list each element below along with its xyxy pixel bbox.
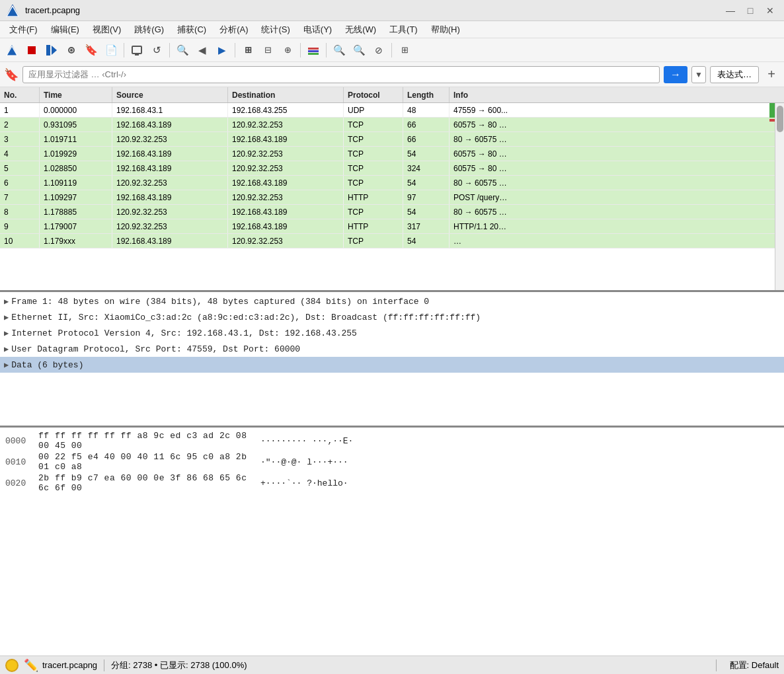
expand-icon[interactable]: ▶ [4, 328, 9, 338]
menu-file[interactable]: 文件(F) [3, 22, 44, 38]
toolbar: 🔖 📄 ↺ 🔍 ◀ ▶ ⊞ ⊟ ⊕ 🔍 🔍 ⊘ ⊞ [0, 38, 784, 62]
menu-jump[interactable]: 跳转(G) [128, 22, 171, 38]
toolbar-expand-button[interactable]: ⊕ [278, 41, 297, 59]
expand-icon[interactable]: ▶ [4, 344, 9, 354]
toolbar-refresh-button[interactable]: ↺ [147, 41, 166, 59]
packet-cell-2: 120.92.32.253 [112, 176, 228, 190]
packet-cell-6: 47559 → 600... [450, 103, 784, 117]
packet-row[interactable]: 31.019711120.92.32.253192.168.43.189TCP6… [0, 132, 784, 147]
hex-ascii: ·"··@·@· l···+··· [260, 457, 348, 467]
packet-cell-1: 1.028850 [40, 161, 112, 175]
status-divider-1 [104, 659, 104, 671]
expand-icon[interactable]: ▶ [4, 313, 9, 322]
packet-cell-4: TCP [344, 161, 403, 175]
detail-row[interactable]: ▶ User Datagram Protocol, Src Port: 4755… [0, 341, 784, 357]
toolbar-decode-button[interactable]: ⊞ [239, 41, 257, 59]
filter-apply-button[interactable]: → [664, 66, 687, 83]
toolbar-back-button[interactable]: ◀ [193, 41, 212, 59]
toolbar-file-button[interactable]: 📄 [102, 41, 120, 59]
hex-row: 00202b ff b9 c7 ea 60 00 0e 3f 86 68 65 … [0, 472, 784, 494]
col-protocol: Protocol [344, 87, 403, 102]
menu-capture[interactable]: 捕获(C) [171, 22, 213, 38]
toolbar-settings-button[interactable] [62, 41, 81, 59]
menu-analyze[interactable]: 分析(A) [213, 22, 255, 38]
detail-row[interactable]: ▶ Ethernet II, Src: XiaomiCo_c3:ad:2c (a… [0, 309, 784, 325]
menu-tools[interactable]: 工具(T) [383, 22, 424, 38]
packet-cell-4: TCP [344, 147, 403, 161]
expand-icon[interactable]: ▶ [4, 360, 9, 370]
detail-row[interactable]: ▶ Data (6 bytes) [0, 357, 784, 373]
toolbar-separator-2 [169, 43, 170, 57]
status-divider-2 [716, 659, 717, 671]
packet-row[interactable]: 20.931095192.168.43.189120.92.32.253TCP6… [0, 118, 784, 132]
hex-offset: 0020 [5, 478, 38, 488]
filter-expression-button[interactable]: 表达式… [710, 66, 759, 83]
packet-row[interactable]: 10.000000192.168.43.1192.168.43.255UDP48… [0, 103, 784, 118]
filter-bookmark-icon[interactable]: 🔖 [4, 67, 19, 82]
detail-row[interactable]: ▶ Internet Protocol Version 4, Src: 192.… [0, 325, 784, 341]
packet-cell-1: 1.109297 [40, 190, 112, 204]
toolbar-bookmark-button[interactable]: 🔖 [82, 41, 100, 59]
toolbar-stop-button[interactable] [22, 41, 41, 59]
close-button[interactable]: ✕ [762, 4, 779, 17]
title-text: tracert.pcapng [25, 5, 80, 15]
toolbar-wireshark-icon[interactable] [3, 41, 21, 59]
svg-rect-11 [308, 48, 319, 50]
packet-cell-2: 120.92.32.253 [112, 219, 228, 233]
packet-row[interactable]: 91.179007120.92.32.253192.168.43.189HTTP… [0, 219, 784, 234]
minimize-button[interactable]: — [722, 4, 739, 17]
packet-cell-1: 1.179007 [40, 219, 112, 233]
window-controls: — □ ✕ [722, 4, 779, 17]
toolbar-stop2-button[interactable] [128, 41, 146, 59]
packet-cell-0: 8 [0, 205, 40, 219]
toolbar-forward-button[interactable]: ▶ [213, 41, 231, 59]
scrollbar-thumb[interactable] [777, 106, 783, 132]
packet-cell-2: 120.92.32.253 [112, 205, 228, 219]
packet-cell-0: 4 [0, 147, 40, 161]
toolbar-zoom-in-button[interactable]: 🔍 [330, 41, 348, 59]
packet-cell-4: UDP [344, 103, 403, 117]
packet-row[interactable]: 41.019929192.168.43.189120.92.32.253TCP5… [0, 147, 784, 161]
toolbar-collapse-button[interactable]: ⊟ [258, 41, 277, 59]
packet-cell-3: 120.92.32.253 [228, 118, 344, 131]
filter-dropdown-button[interactable]: ▼ [691, 66, 706, 83]
packet-cell-0: 7 [0, 190, 40, 204]
packet-cell-5: 97 [403, 190, 450, 204]
menu-phone[interactable]: 电话(Y) [297, 22, 338, 38]
toolbar-search-button[interactable]: 🔍 [173, 41, 192, 59]
packet-row[interactable]: 81.178885120.92.32.253192.168.43.189TCP5… [0, 205, 784, 219]
detail-row[interactable]: ▶ Frame 1: 48 bytes on wire (384 bits), … [0, 293, 784, 309]
packet-row[interactable]: 61.109119120.92.32.253192.168.43.189TCP5… [0, 176, 784, 190]
filter-add-button[interactable]: + [763, 66, 780, 83]
packet-row[interactable]: 71.109297192.168.43.189120.92.32.253HTTP… [0, 190, 784, 205]
svg-point-8 [70, 49, 73, 52]
capture-status-indicator [5, 659, 19, 672]
hex-ascii: +····`·· ?·hello· [260, 478, 348, 488]
expand-icon[interactable]: ▶ [4, 297, 9, 307]
packet-cell-6: 80 → 60575 … [450, 132, 784, 146]
packet-list-scrollbar[interactable] [775, 103, 784, 290]
toolbar-separator-3 [235, 43, 235, 57]
menu-wireless[interactable]: 无线(W) [338, 22, 383, 38]
toolbar-resize-button[interactable]: ⊞ [395, 41, 414, 59]
toolbar-zoom-reset-button[interactable]: ⊘ [370, 41, 388, 59]
packet-cell-3: 120.92.32.253 [228, 190, 344, 204]
packet-list: No. Time Source Destination Protocol Len… [0, 87, 784, 292]
filter-input[interactable] [22, 66, 660, 83]
packet-cell-5: 66 [403, 118, 450, 131]
menu-view[interactable]: 视图(V) [86, 22, 128, 38]
toolbar-zoom-out-button[interactable]: 🔍 [350, 41, 368, 59]
packet-row[interactable]: 101.179xxx192.168.43.189120.92.32.253TCP… [0, 234, 784, 248]
svg-marker-6 [52, 46, 57, 55]
packet-table-header: No. Time Source Destination Protocol Len… [0, 87, 784, 103]
toolbar-restart-button[interactable] [42, 41, 61, 59]
hex-offset: 0010 [5, 457, 38, 467]
maximize-button[interactable]: □ [742, 4, 759, 17]
menu-help[interactable]: 帮助(H) [424, 22, 467, 38]
menu-stats[interactable]: 统计(S) [255, 22, 296, 38]
menu-edit[interactable]: 编辑(E) [44, 22, 86, 38]
packet-row[interactable]: 51.028850192.168.43.189120.92.32.253TCP3… [0, 161, 784, 176]
svg-rect-13 [308, 53, 319, 55]
packet-cell-5: 54 [403, 176, 450, 190]
toolbar-coloring-button[interactable] [304, 41, 323, 59]
